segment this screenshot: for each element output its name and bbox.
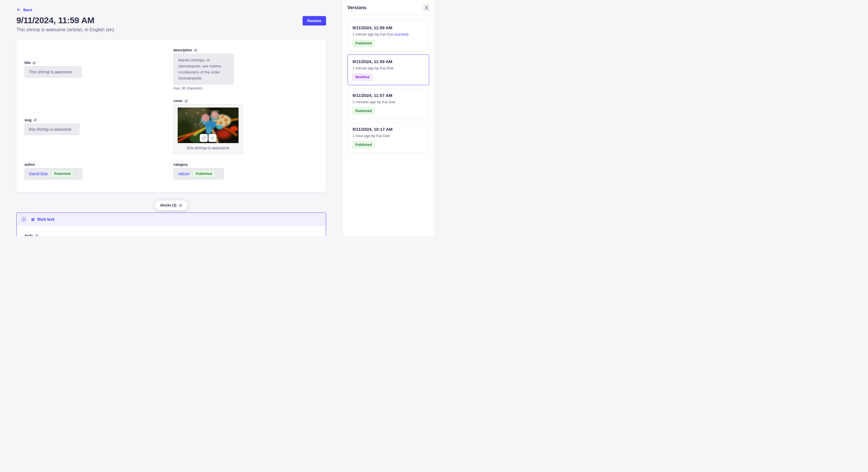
field-description-label: description [174,48,192,52]
collapse-block-button[interactable] [21,216,27,223]
title-input[interactable]: This shrimp is awesome [24,66,82,78]
page-title: 9/11/2024, 11:59 AM [17,15,114,25]
main-content: Back 9/11/2024, 11:59 AM This shrimp is … [0,0,342,236]
blocks-section-header: blocks (3) [17,200,326,212]
description-textarea[interactable]: Mantis shrimps, or stomatopods, are mari… [174,54,234,85]
slug-input[interactable]: this-shrimp-is-awesome [24,124,80,135]
title-row: 9/11/2024, 11:59 AM This shrimp is aweso… [17,15,326,32]
triangle-up-icon [22,218,25,221]
version-meta: 1 hour ago by Kai Doe [352,134,390,138]
field-slug-label: slug [24,118,32,122]
author-relation-link[interactable]: David Doe [29,171,48,176]
version-meta: 1 minute ago by Kai Doe [352,66,393,70]
description-hint: max. 80 characters [174,86,234,90]
field-description: description Mantis shrimps, or stomatopo… [174,48,234,90]
field-title-label: title [24,61,30,65]
field-category: category nature Published [174,163,224,179]
rich-text-block: Rich text body [17,212,326,236]
globe-icon [194,48,197,52]
field-cover: cover [174,99,243,154]
version-card[interactable]: 9/11/2024, 11:59 AM 1 minute ago by Kai … [348,21,429,51]
globe-icon [184,99,188,103]
versions-sidebar: Versions 4 9/11/2024, 11:59 AM 1 minute … [342,0,434,236]
globe-icon [33,118,37,122]
version-date: 9/11/2024, 10:17 AM [352,127,424,132]
rich-text-block-body: body [17,226,326,236]
category-relation-box: nature Published [174,168,224,179]
field-author: author David Doe Published [24,163,82,179]
copy-link-button[interactable] [200,134,208,142]
version-card-selected[interactable]: 9/11/2024, 11:59 AM 1 minute ago by Kai … [348,55,429,85]
history-page: Back 9/11/2024, 11:59 AM This shrimp is … [0,0,434,236]
cover-caption: this-shrimp-is-awesome [178,146,239,150]
version-meta: 2 minutes ago by Kai Doe [352,100,395,104]
versions-title: Versions [347,5,367,10]
version-date: 9/11/2024, 11:59 AM [352,59,424,64]
globe-icon [32,61,36,65]
field-author-label: author [24,163,35,167]
author-relation-box: David Doe Published [24,168,82,179]
grid-icon [31,217,35,222]
edit-asset-button[interactable] [208,134,216,142]
cover-actions [200,134,216,142]
version-status-badge: Published [352,141,375,148]
author-status-badge: Published [51,170,73,177]
versions-list: 9/11/2024, 11:59 AM 1 minute ago by Kai … [343,15,434,158]
version-status-badge: Modified [352,74,372,80]
versions-header: Versions 4 [343,0,434,15]
pencil-icon [210,136,215,140]
version-date: 9/11/2024, 11:57 AM [352,93,424,98]
version-form-card: title This shrimp is awesome description [17,40,326,192]
cover-image [178,107,239,143]
arrow-left-icon [17,7,21,12]
category-status-badge: Published [193,170,215,177]
version-date: 9/11/2024, 11:59 AM [352,25,424,30]
category-relation-link[interactable]: nature [178,171,189,176]
restore-button[interactable]: Restore [303,16,326,26]
version-card[interactable]: 9/11/2024, 10:17 AM 1 hour ago by Kai Do… [348,122,429,153]
field-category-label: category [174,163,188,167]
cover-asset-card: this-shrimp-is-awesome [174,104,243,154]
field-cover-label: cover [174,99,183,103]
back-link[interactable]: Back [17,7,32,12]
field-body-label: body [25,234,33,236]
version-current-label: (current) [394,32,408,36]
blocks-pill[interactable]: blocks (3) [155,200,187,210]
version-status-badge: Published [352,40,375,47]
version-status-badge: Published [352,107,375,114]
rich-text-block-title: Rich text [37,217,54,222]
block-connector-line [170,210,173,213]
blocks-pill-label: blocks (3) [160,203,176,207]
version-meta: 1 minute ago by Kai Doe [352,32,393,36]
versions-count-badge: 4 [423,4,429,11]
field-title: title This shrimp is awesome [24,61,82,78]
globe-icon [35,234,38,236]
page-subtitle: This shrimp is awesome (article), in Eng… [17,27,114,32]
rich-text-block-header[interactable]: Rich text [17,213,326,226]
globe-icon [179,204,182,207]
field-slug: slug this-shrimp-is-awesome [24,118,80,135]
link-icon [202,136,206,140]
back-label: Back [23,8,32,12]
version-card[interactable]: 9/11/2024, 11:57 AM 2 minutes ago by Kai… [348,88,429,119]
